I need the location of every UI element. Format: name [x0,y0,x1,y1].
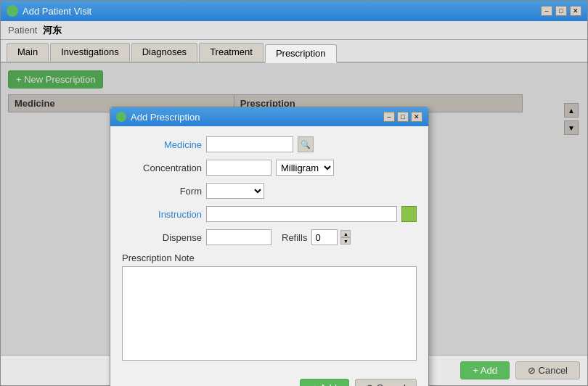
instruction-row: Instruction [122,206,417,222]
concentration-row: Concentration Milligram Gram ML [122,160,417,176]
medicine-search-button[interactable]: 🔍 [298,136,314,152]
form-select[interactable]: Tablet Capsule Syrup [206,183,264,199]
dialog-maximize-button[interactable]: □ [397,112,409,122]
maximize-button[interactable]: □ [555,6,567,16]
window-title: Add Patient Visit [23,6,91,17]
refills-label: Refills [282,232,307,243]
instruction-action-button[interactable] [401,206,417,222]
tab-diagnoses[interactable]: Diagnoses [131,43,197,62]
dialog-close-button[interactable]: ✕ [411,112,422,122]
refills-increment-button[interactable]: ▲ [340,230,351,237]
instruction-label: Instruction [122,209,202,220]
app-icon [7,5,18,17]
concentration-unit-select[interactable]: Milligram Gram ML [276,160,334,176]
main-add-button[interactable]: + Add [460,361,510,379]
form-row: Form Tablet Capsule Syrup [122,183,417,199]
prescription-note-label: Prescription Note [122,252,417,263]
add-prescription-dialog: Add Prescription – □ ✕ Medicine [110,107,429,386]
concentration-input[interactable] [206,160,271,176]
tab-prescription[interactable]: Prescription [265,44,337,63]
patient-bar: Patient 河东 [1,21,587,40]
minimize-button[interactable]: – [541,6,552,16]
main-window: Add Patient Visit – □ ✕ Patient 河东 Main … [0,0,588,386]
medicine-input[interactable] [206,136,293,152]
dialog-controls: – □ ✕ [383,112,422,122]
tab-main[interactable]: Main [7,43,49,62]
dialog-minimize-button[interactable]: – [383,112,395,122]
dialog-add-button[interactable]: + Add [300,379,349,386]
dispense-label: Dispense [122,232,202,243]
refills-spinner: ▲ ▼ [340,230,351,245]
dispense-input[interactable] [206,229,271,245]
refills-input[interactable] [311,229,338,245]
patient-label: Patient [8,25,37,36]
dialog-content: Medicine 🔍 Concentration Milligram Gram [110,126,428,373]
tab-investigations[interactable]: Investigations [50,43,130,62]
title-controls: – □ ✕ [541,6,581,16]
medicine-label: Medicine [122,139,202,150]
close-button[interactable]: ✕ [570,6,581,16]
content-area: + New Prescription Medicine Prescription… [1,63,587,355]
patient-name: 河东 [43,24,62,37]
main-cancel-button[interactable]: ⊘ Cancel [515,361,580,379]
dialog-title: Add Prescription [131,112,200,123]
prescription-note-textarea[interactable] [122,266,417,361]
dialog-bottom-bar: + Add ⊘ Cancel [110,373,428,386]
concentration-label: Concentration [122,163,202,173]
dialog-title-left: Add Prescription [116,112,200,123]
tab-treatment[interactable]: Treatment [199,43,264,62]
tabs-bar: Main Investigations Diagnoses Treatment … [1,40,587,63]
dialog-app-icon [116,112,126,122]
dialog-overlay: Add Prescription – □ ✕ Medicine [1,63,587,355]
dialog-cancel-button[interactable]: ⊘ Cancel [355,379,417,386]
title-bar-left: Add Patient Visit [7,5,91,17]
refills-decrement-button[interactable]: ▼ [340,237,351,245]
form-label: Form [122,186,202,197]
title-bar: Add Patient Visit – □ ✕ [1,1,587,21]
instruction-input[interactable] [206,206,397,222]
dialog-title-bar: Add Prescription – □ ✕ [110,107,428,126]
prescription-note-section: Prescription Note [122,252,417,363]
medicine-row: Medicine 🔍 [122,136,417,152]
dispense-refills-row: Dispense Refills ▲ ▼ [122,229,417,245]
